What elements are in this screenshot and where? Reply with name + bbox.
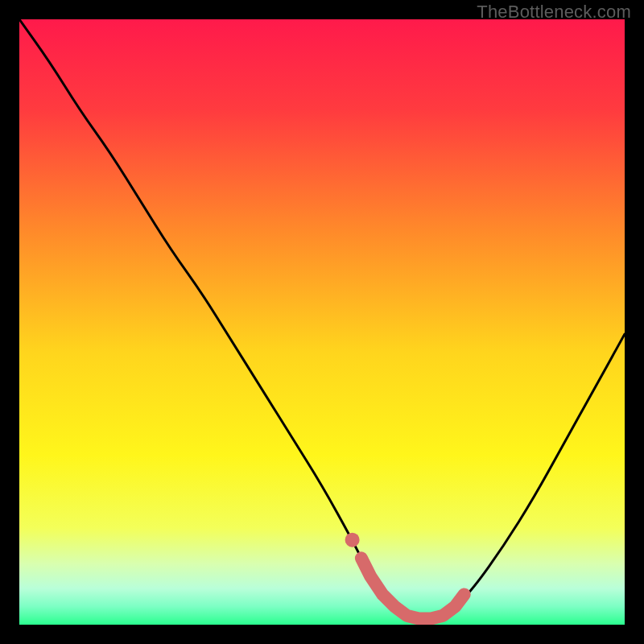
optimal-point-dot xyxy=(345,533,360,547)
plot-svg xyxy=(19,19,625,625)
plot-area xyxy=(19,19,625,625)
watermark-text: TheBottleneck.com xyxy=(477,2,631,23)
gradient-background xyxy=(19,19,625,625)
chart-frame: TheBottleneck.com xyxy=(0,0,644,644)
